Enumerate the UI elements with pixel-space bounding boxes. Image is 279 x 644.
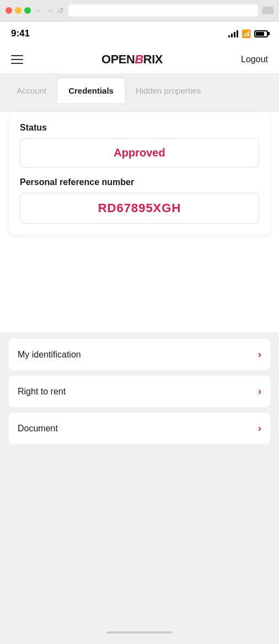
chevron-right-icon-rent: ›	[258, 386, 261, 397]
forward-button[interactable]: →	[46, 6, 54, 15]
status-label: Status	[20, 123, 259, 133]
back-button[interactable]: ←	[35, 6, 43, 15]
status-icons: 📶	[228, 29, 268, 38]
tab-account[interactable]: Account	[6, 78, 57, 103]
logo-open: OPEN	[101, 52, 135, 67]
dot-yellow[interactable]	[15, 7, 22, 14]
logo-rix: RIX	[143, 52, 163, 67]
bottom-area	[0, 451, 279, 638]
chevron-right-icon-document: ›	[258, 423, 261, 434]
status-time: 9:41	[11, 28, 30, 39]
app-logo: OPENBRIX	[101, 52, 163, 67]
reference-value: RD67895XGH	[98, 201, 181, 215]
tab-credentials-label: Credentials	[68, 86, 114, 95]
list-item-my-identification[interactable]: My identification ›	[9, 339, 270, 370]
list-item-right-to-rent[interactable]: Right to rent ›	[9, 376, 270, 407]
browser-end	[262, 7, 273, 14]
chevron-right-icon-identification: ›	[258, 349, 261, 360]
signal-icon	[228, 30, 238, 37]
browser-chrome: ← → ↺	[0, 0, 279, 21]
dot-green[interactable]	[24, 7, 31, 14]
status-bar: 9:41 📶	[0, 21, 279, 46]
refresh-button[interactable]: ↺	[57, 6, 64, 15]
content-area: Status Approved Personal reference numbe…	[0, 112, 279, 332]
reference-label: Personal reference number	[20, 177, 259, 187]
dot-red[interactable]	[6, 7, 12, 14]
tab-hidden-properties-label: Hidden properties	[136, 86, 201, 95]
hamburger-menu[interactable]	[11, 55, 23, 64]
list-item-document[interactable]: Document ›	[9, 413, 270, 444]
list-item-my-identification-label: My identification	[18, 350, 81, 360]
tabs-container: Account Credentials Hidden properties	[0, 78, 279, 103]
logout-button[interactable]: Logout	[241, 55, 268, 64]
reference-value-box: RD67895XGH	[20, 193, 259, 224]
tab-credentials[interactable]: Credentials	[57, 78, 125, 103]
credentials-card: Status Approved Personal reference numbe…	[9, 112, 270, 235]
logo-b: B	[135, 52, 143, 67]
scrollbar-track[interactable]	[106, 631, 173, 634]
list-item-right-to-rent-label: Right to rent	[18, 387, 66, 397]
status-value: Approved	[114, 147, 165, 159]
address-bar[interactable]	[68, 4, 258, 17]
battery-icon	[254, 30, 268, 37]
browser-dots	[6, 7, 31, 14]
wifi-icon: 📶	[242, 29, 251, 38]
app-header: OPENBRIX Logout	[0, 46, 279, 74]
battery-fill	[256, 32, 264, 36]
list-item-document-label: Document	[18, 424, 58, 434]
tab-hidden-properties[interactable]: Hidden properties	[125, 78, 212, 103]
tab-account-label: Account	[17, 86, 46, 95]
header-separator	[0, 74, 279, 78]
browser-nav: ← → ↺	[35, 6, 64, 15]
list-section: My identification › Right to rent › Docu…	[0, 332, 279, 451]
page-wrapper: ← → ↺ 9:41 📶	[0, 0, 279, 638]
status-value-box: Approved	[20, 138, 259, 167]
